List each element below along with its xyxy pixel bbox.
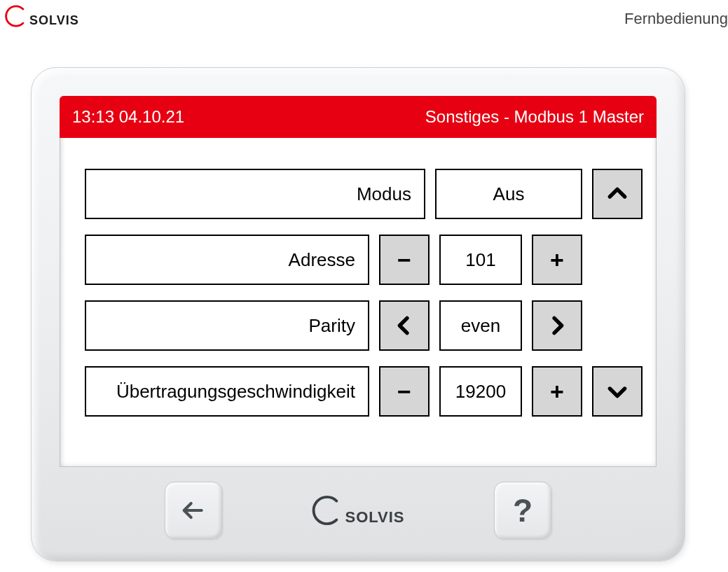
chevron-up-icon (606, 183, 629, 205)
solvis-arc-icon (4, 4, 28, 28)
chevron-left-icon (393, 314, 415, 337)
row-baud: Übertragungsgeschwindigkeit − 19200 + (85, 366, 582, 417)
scroll-up-button[interactable] (592, 169, 643, 219)
value-baud[interactable]: 19200 (439, 366, 522, 417)
scroll-column (592, 169, 643, 417)
value-adresse[interactable]: 101 (439, 235, 522, 285)
label-adresse: Adresse (85, 235, 369, 285)
page-context-label: Fernbedienung (624, 10, 728, 28)
screen: 13:13 04.10.21 Sonstiges - Modbus 1 Mast… (60, 96, 657, 467)
label-parity: Parity (85, 300, 369, 351)
chevron-right-icon (546, 314, 568, 337)
baud-minus-button[interactable]: − (379, 366, 430, 417)
baud-plus-button[interactable]: + (532, 366, 582, 417)
back-button[interactable] (165, 482, 222, 539)
scroll-spacer (592, 235, 643, 285)
adresse-minus-button[interactable]: − (379, 235, 430, 285)
device-frame: 13:13 04.10.21 Sonstiges - Modbus 1 Mast… (31, 67, 685, 561)
help-button[interactable]: ? (494, 482, 551, 539)
row-adresse: Adresse − 101 + (85, 235, 582, 285)
arrow-left-icon (179, 496, 207, 524)
value-parity[interactable]: even (439, 300, 522, 351)
label-modus: Modus (85, 169, 425, 219)
parity-prev-button[interactable] (379, 300, 430, 351)
brand-text-device: SOLVIS (345, 508, 404, 526)
scroll-down-button[interactable] (592, 366, 643, 417)
label-baud: Übertragungsgeschwindigkeit (85, 366, 369, 417)
adresse-plus-button[interactable]: + (532, 235, 582, 285)
screen-header: 13:13 04.10.21 Sonstiges - Modbus 1 Mast… (60, 96, 657, 138)
parity-next-button[interactable] (532, 300, 582, 351)
row-modus: Modus Aus (85, 169, 582, 219)
scroll-spacer (592, 300, 643, 351)
header-datetime: 13:13 04.10.21 (72, 107, 184, 127)
brand-logo-device: SOLVIS (311, 494, 404, 526)
header-title: Sonstiges - Modbus 1 Master (425, 107, 644, 127)
brand-logo-top: SOLVIS (4, 4, 79, 28)
question-icon: ? (513, 491, 533, 529)
row-parity: Parity even (85, 300, 582, 351)
value-modus[interactable]: Aus (435, 169, 582, 219)
solvis-arc-icon (311, 494, 343, 526)
chevron-down-icon (606, 380, 629, 403)
brand-text: SOLVIS (29, 13, 79, 28)
device-toolbar: SOLVIS ? (60, 477, 657, 544)
settings-list: Modus Aus Adresse − 101 + Parity (60, 138, 657, 431)
